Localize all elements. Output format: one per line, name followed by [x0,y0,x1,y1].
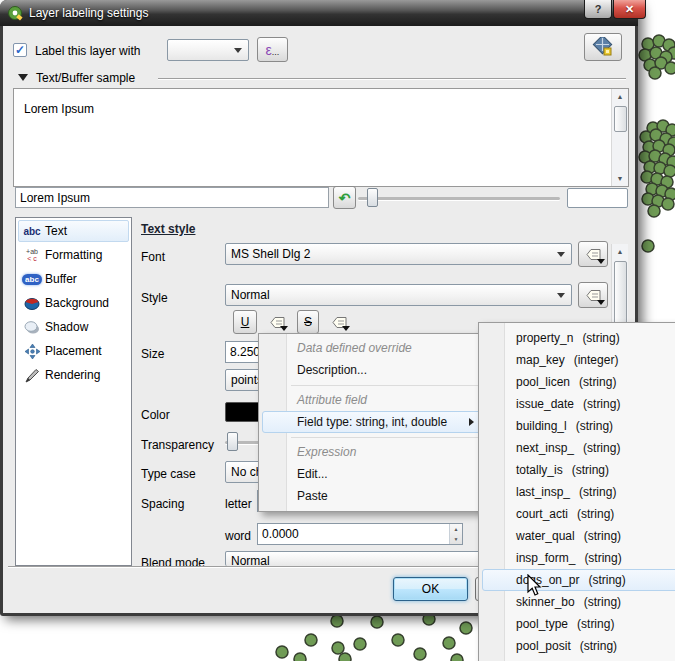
text-style-section-title: Text style [141,222,195,236]
field-item-property_n[interactable]: property_n(string) [482,327,675,349]
text-preview-area: Lorem Ipsum ▲ ▼ [13,88,629,187]
text-icon: abc [19,226,45,237]
dropdown-arrow-icon [597,259,605,264]
mouse-cursor-icon [527,574,543,598]
expression-builder-button[interactable]: ε... [257,37,288,62]
sample-size-slider-track[interactable] [358,197,560,200]
close-button[interactable]: ✕ [613,0,646,19]
sidebar-item-label: Buffer [45,272,77,286]
placement-icon [19,344,45,359]
field-item-dogs_on_pr[interactable]: dogs_on_pr(string) [482,569,675,591]
formatting-icon: +ab < c [19,248,45,262]
scroll-up-icon[interactable]: ▲ [617,89,624,104]
field-item-map_key[interactable]: map_key(integer) [482,349,675,371]
style-data-defined-button[interactable] [578,282,608,308]
label-layer-checkbox[interactable]: ✓ [13,43,27,57]
preview-scrollbar[interactable]: ▲ ▼ [611,89,628,186]
field-item-next_insp_[interactable]: next_insp_(string) [482,437,675,459]
word-spacing-value: 0.0000 [262,527,299,541]
style-combobox[interactable]: Normal [225,284,572,306]
field-item-partial[interactable]: fence_type(string) [482,657,675,661]
ok-button[interactable]: OK [393,577,468,601]
style-combobox-value: Normal [231,288,270,302]
sidebar-item-label: Shadow [45,320,88,334]
field-item-insp_form_[interactable]: insp_form_(string) [482,547,675,569]
sidebar-item-label: Formatting [45,248,102,262]
menu-item-description[interactable]: Description... [262,359,483,381]
menu-item-edit[interactable]: Edit... [262,463,483,485]
shadow-icon [19,320,45,334]
label-layer-label: Label this layer with [35,44,140,58]
epsilon-dots: ... [272,47,280,57]
type-case-label: Type case [141,467,196,481]
transparency-slider-handle[interactable] [227,432,238,451]
sidebar-item-background[interactable]: Background [18,292,129,314]
underline-glyph: U [241,315,250,329]
font-data-defined-button[interactable] [578,241,608,267]
reset-sample-button[interactable]: ↶ [333,186,356,209]
sidebar-item-text[interactable]: abc Text [18,220,129,242]
menu-header-attribute-field: Attribute field [262,389,483,411]
scroll-up-icon[interactable]: ▲ [617,244,624,259]
help-button[interactable]: ? [584,0,612,19]
undo-arrow-icon: ↶ [339,190,351,206]
field-item-pool_licen[interactable]: pool_licen(string) [482,371,675,393]
field-item-last_insp_[interactable]: last_insp_(string) [482,481,675,503]
section-divider [158,78,626,79]
font-combobox-value: MS Shell Dlg 2 [231,247,310,261]
strikeout-data-defined-button[interactable] [325,310,353,334]
transparency-label: Transparency [141,438,214,452]
menu-separator [291,385,482,386]
sample-size-box[interactable] [567,188,628,208]
automated-placement-button[interactable] [584,33,622,61]
word-spacing-label: word [225,529,251,543]
data-defined-context-menu: Data defined override Description... Att… [258,333,487,512]
sidebar-item-shadow[interactable]: Shadow [18,316,129,338]
preview-scrollbar-thumb[interactable] [614,106,627,132]
sidebar-item-rendering[interactable]: Rendering [18,364,129,386]
field-item-pool_posit[interactable]: pool_posit(string) [482,635,675,657]
preview-sample-text: Lorem Ipsum [24,102,94,116]
style-label: Style [141,291,168,305]
screenshot-stage: { "window": { "title": "Layer labeling s… [0,0,675,661]
menu-item-field-type-label: Field type: string, int, double [297,415,447,429]
field-item-building_l[interactable]: building_l(string) [482,415,675,437]
field-item-skinner_bo[interactable]: skinner_bo(string) [482,591,675,613]
field-item-totally_is[interactable]: totally_is(string) [482,459,675,481]
placement-settings-icon [592,37,614,57]
dropdown-arrow-icon [280,326,288,331]
underline-button[interactable]: U [233,310,257,334]
dialog-titlebar[interactable]: Layer labeling settings [0,0,638,26]
field-item-court_acti[interactable]: court_acti(string) [482,503,675,525]
rendering-icon [19,368,45,383]
submenu-arrow-icon [469,418,474,426]
scroll-down-icon[interactable]: ▼ [617,171,624,186]
field-item-water_qual[interactable]: water_qual(string) [482,525,675,547]
blend-mode-value: Normal [231,554,270,567]
menu-item-field-type[interactable]: Field type: string, int, double [262,411,483,433]
dropdown-arrow-icon [342,326,350,331]
sidebar-item-label: Background [45,296,109,310]
sidebar-item-label: Text [45,224,67,238]
sidebar-item-buffer[interactable]: abc Buffer [18,268,129,290]
font-combobox[interactable]: MS Shell Dlg 2 [225,243,572,265]
sample-size-slider-handle[interactable] [367,188,378,207]
background-icon [19,296,45,310]
menu-separator [291,437,482,438]
qgis-logo-icon [7,5,23,21]
spinner-arrows-icon[interactable]: ▲▼ [449,524,462,544]
menu-item-paste[interactable]: Paste [262,485,483,507]
dialog-title: Layer labeling settings [29,6,148,20]
menu-header-expression: Expression [262,441,483,463]
word-spacing-spinbox[interactable]: 0.0000 ▲▼ [257,523,463,545]
strikeout-button[interactable]: S [297,310,319,334]
field-item-pool_type[interactable]: pool_type(string) [482,613,675,635]
collapse-arrow-icon[interactable] [18,74,28,81]
sidebar-item-placement[interactable]: Placement [18,340,129,362]
attribute-field-submenu: property_n(string) map_key(integer) pool… [478,322,675,661]
sample-text-input[interactable] [15,187,329,208]
field-item-issue_date[interactable]: issue_date(string) [482,393,675,415]
underline-data-defined-button[interactable] [263,310,291,334]
label-field-combobox[interactable] [167,39,249,61]
sidebar-item-formatting[interactable]: +ab < c Formatting [18,244,129,266]
